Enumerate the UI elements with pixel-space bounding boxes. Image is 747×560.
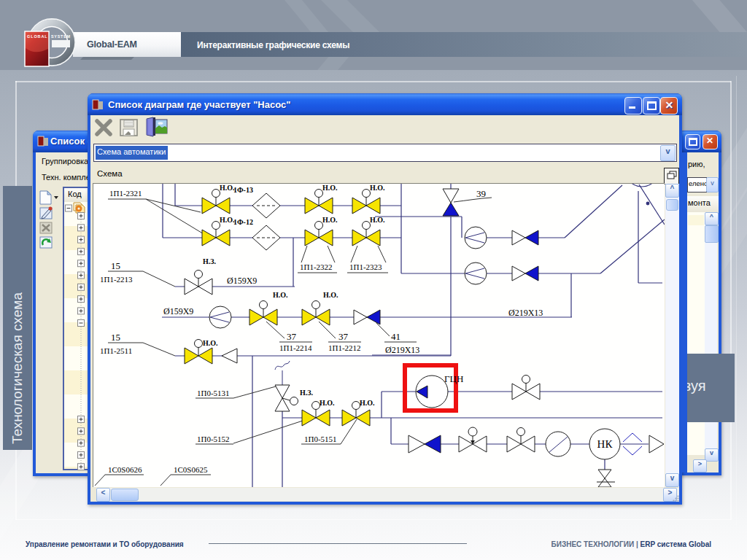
- svg-text:ГЦН: ГЦН: [444, 373, 463, 384]
- svg-text:1П0-5151: 1П0-5151: [304, 435, 337, 443]
- svg-text:1П1-2213: 1П1-2213: [100, 275, 133, 284]
- svg-text:1П1-2511: 1П1-2511: [100, 346, 132, 355]
- svg-text:Ø159X9: Ø159X9: [227, 276, 257, 286]
- svg-text:Н.О.: Н.О.: [203, 339, 218, 347]
- svg-text:SYSTEM: SYSTEM: [51, 34, 71, 39]
- svg-text:Н.О.: Н.О.: [370, 184, 385, 192]
- svg-text:Ø219X13: Ø219X13: [508, 308, 543, 318]
- svg-text:Н.О.: Н.О.: [220, 216, 235, 224]
- svg-text:1Ф-12: 1Ф-12: [233, 218, 253, 226]
- svg-text:Н.О.: Н.О.: [370, 216, 385, 224]
- svg-text:37: 37: [338, 331, 349, 342]
- svg-text:1П0-5131: 1П0-5131: [197, 389, 230, 397]
- svg-text:Н.О.: Н.О.: [360, 399, 375, 407]
- svg-text:15: 15: [111, 332, 120, 343]
- svg-text:1Ф-13: 1Ф-13: [233, 186, 253, 194]
- svg-text:1П1-2212: 1П1-2212: [328, 343, 361, 352]
- svg-text:1П0-5152: 1П0-5152: [197, 435, 230, 443]
- svg-text:1C0S0625: 1C0S0625: [174, 465, 208, 474]
- svg-text:39: 39: [476, 188, 486, 199]
- svg-text:1П1-2321: 1П1-2321: [109, 189, 142, 198]
- svg-text:15: 15: [111, 260, 120, 271]
- svg-text:1П1-2322: 1П1-2322: [300, 262, 333, 271]
- svg-text:1П1-2323: 1П1-2323: [349, 262, 382, 271]
- svg-text:Н.О.: Н.О.: [320, 399, 335, 407]
- svg-text:Н.О.: Н.О.: [322, 216, 338, 224]
- svg-text:1C0S0626: 1C0S0626: [108, 465, 142, 474]
- svg-text:Н.О.: Н.О.: [322, 184, 338, 192]
- svg-text:Ø219X13: Ø219X13: [385, 345, 419, 355]
- svg-text:Н.З.: Н.З.: [300, 389, 314, 397]
- svg-text:Н.О.: Н.О.: [220, 184, 235, 192]
- svg-text:GLOBAL: GLOBAL: [27, 34, 48, 39]
- svg-text:Н.З.: Н.З.: [203, 257, 217, 265]
- svg-text:41: 41: [391, 331, 400, 342]
- svg-text:Н.О.: Н.О.: [273, 291, 288, 299]
- svg-text:37: 37: [287, 331, 297, 342]
- svg-text:Ø159X9: Ø159X9: [163, 306, 193, 316]
- svg-text:НК: НК: [597, 438, 614, 450]
- svg-text:1П1-2214: 1П1-2214: [279, 343, 312, 352]
- svg-text:Н.О.: Н.О.: [323, 291, 338, 299]
